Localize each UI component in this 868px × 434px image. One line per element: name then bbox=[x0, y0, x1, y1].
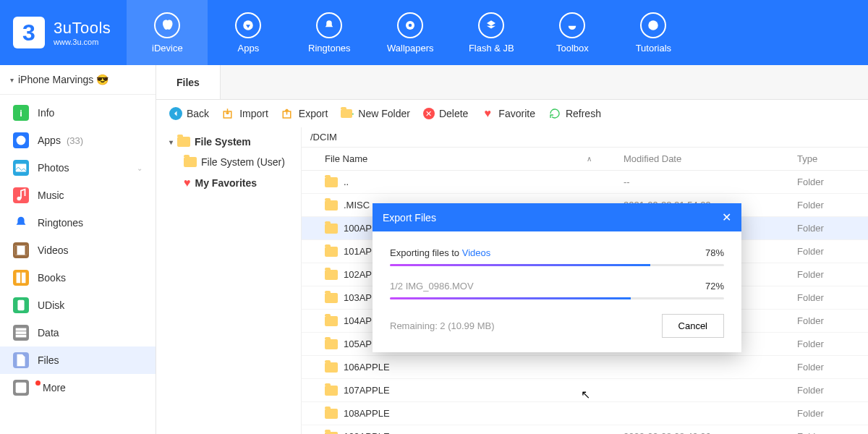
folder-icon bbox=[325, 293, 338, 303]
file-name: 109APPLE bbox=[344, 431, 390, 434]
import-button[interactable]: Import bbox=[222, 107, 268, 120]
sidebar-item-apps[interactable]: Apps(33) bbox=[0, 127, 156, 154]
table-row[interactable]: ..--Folder bbox=[302, 171, 868, 194]
current-file: 1/2 IMG_0986.MOV bbox=[390, 281, 474, 292]
nav-icon: i bbox=[640, 12, 666, 38]
dest-link[interactable]: Videos bbox=[462, 247, 491, 258]
file-tree: ▾ File System File System (User) ♥ My Fa… bbox=[156, 127, 301, 434]
sidebar-item-data[interactable]: Data bbox=[0, 319, 156, 346]
tree-user[interactable]: File System (User) bbox=[166, 152, 301, 172]
bell-icon bbox=[13, 215, 29, 231]
export-button[interactable]: Export bbox=[281, 107, 328, 120]
logo-area: 3 3uTools www.3u.com bbox=[0, 0, 127, 65]
modal-footer: Remaining: 2 (10.99 MB) Cancel bbox=[390, 314, 724, 338]
heart-icon: ♥ bbox=[184, 176, 191, 190]
nav-ringtones[interactable]: Ringtones bbox=[289, 0, 370, 65]
export-modal: Export Files ✕ Exporting files to Videos… bbox=[373, 203, 741, 352]
refresh-button[interactable]: Refresh bbox=[548, 107, 601, 120]
file-name: .. bbox=[344, 176, 349, 187]
sidebar-item-photos[interactable]: Photos⌄ bbox=[0, 154, 156, 182]
nav-idevice[interactable]: iDevice bbox=[127, 0, 208, 65]
folder-icon bbox=[325, 432, 338, 435]
folder-icon bbox=[325, 339, 338, 349]
chevron-down-icon: ⌄ bbox=[137, 164, 142, 172]
app-subtitle: www.3u.com bbox=[54, 38, 111, 46]
sidebar-item-music[interactable]: Music bbox=[0, 182, 156, 209]
toolbar: Back Import Export + New Folder bbox=[156, 100, 868, 127]
logo-icon: 3 bbox=[13, 17, 45, 48]
sidebar-label: Files bbox=[38, 354, 59, 366]
file-progress-row: 1/2 IMG_0986.MOV 72% bbox=[390, 281, 724, 292]
sort-asc-icon: ∧ bbox=[587, 155, 592, 163]
sidebar-item-videos[interactable]: Videos bbox=[0, 237, 156, 264]
nav-icon bbox=[559, 12, 585, 38]
body: ▾ iPhone Marvings 😎 iInfoApps(33)Photos⌄… bbox=[0, 65, 868, 434]
file-modified bbox=[615, 385, 788, 396]
photos-icon bbox=[13, 160, 29, 176]
new-folder-icon: + bbox=[341, 107, 354, 120]
tree-favorites[interactable]: ♥ My Favorites bbox=[166, 172, 301, 194]
file-type: Folder bbox=[788, 263, 868, 286]
sidebar-label: Books bbox=[38, 272, 66, 284]
delete-button[interactable]: ✕ Delete bbox=[423, 108, 468, 119]
nav-wallpapers[interactable]: Wallpapers bbox=[370, 0, 451, 65]
device-name: iPhone Marvings bbox=[18, 74, 93, 85]
content-split: ▾ File System File System (User) ♥ My Fa… bbox=[156, 127, 868, 434]
close-icon[interactable]: ✕ bbox=[722, 210, 731, 224]
col-name[interactable]: File Name ∧ bbox=[302, 148, 615, 170]
favorite-button[interactable]: ♥ Favorite bbox=[481, 107, 535, 120]
file-type: Folder bbox=[788, 356, 868, 378]
cancel-button[interactable]: Cancel bbox=[662, 314, 724, 338]
sidebar: ▾ iPhone Marvings 😎 iInfoApps(33)Photos⌄… bbox=[0, 65, 156, 434]
col-type[interactable]: Type bbox=[788, 148, 868, 170]
modal-title: Export Files bbox=[383, 212, 436, 224]
overall-percent: 78% bbox=[705, 247, 724, 258]
table-row[interactable]: 108APPLEFolder bbox=[302, 402, 868, 425]
folder-icon bbox=[325, 177, 338, 187]
svg-point-6 bbox=[17, 136, 26, 145]
data-icon bbox=[13, 325, 29, 341]
file-name: 107APPLE bbox=[344, 385, 390, 396]
tree-root[interactable]: ▾ File System bbox=[166, 132, 301, 152]
tabs-rest bbox=[221, 65, 868, 99]
videos-icon bbox=[13, 242, 29, 258]
file-type: Folder bbox=[788, 217, 868, 239]
heart-icon: ♥ bbox=[481, 107, 494, 120]
table-row[interactable]: 109APPLE2022-02-28 08:42:26Folder bbox=[302, 425, 868, 434]
nav-apps[interactable]: Apps bbox=[208, 0, 289, 65]
file-type: Folder bbox=[788, 379, 868, 401]
sidebar-label: Info bbox=[38, 107, 54, 119]
col-modified[interactable]: Modified Date bbox=[615, 148, 788, 170]
path-breadcrumb[interactable]: /DCIM bbox=[302, 127, 868, 147]
refresh-icon bbox=[548, 107, 561, 120]
sidebar-item-more[interactable]: More bbox=[0, 374, 156, 401]
folder-icon bbox=[184, 157, 197, 167]
sidebar-label: More bbox=[43, 382, 66, 393]
back-icon bbox=[169, 107, 182, 120]
import-icon bbox=[222, 107, 235, 120]
tab-files[interactable]: Files bbox=[156, 65, 221, 99]
file-modified bbox=[615, 408, 788, 420]
svg-rect-11 bbox=[25, 246, 27, 255]
nav-flash-jb[interactable]: Flash & JB bbox=[451, 0, 532, 65]
files-icon bbox=[13, 352, 29, 368]
device-selector[interactable]: ▾ iPhone Marvings 😎 bbox=[0, 65, 156, 95]
sidebar-item-info[interactable]: iInfo bbox=[0, 99, 156, 127]
nav-tutorials[interactable]: iTutorials bbox=[613, 0, 694, 65]
table-row[interactable]: 106APPLEFolder bbox=[302, 356, 868, 379]
sidebar-item-books[interactable]: Books bbox=[0, 264, 156, 292]
file-percent: 72% bbox=[705, 281, 724, 292]
modal-body: Exporting files to Videos 78% 1/2 IMG_09… bbox=[373, 231, 741, 352]
sidebar-item-files[interactable]: Files bbox=[0, 346, 156, 374]
info-icon: i bbox=[13, 105, 29, 121]
nav-toolbox[interactable]: Toolbox bbox=[532, 0, 613, 65]
remaining-text: Remaining: 2 (10.99 MB) bbox=[390, 320, 495, 331]
sidebar-item-udisk[interactable]: UDisk bbox=[0, 292, 156, 319]
modal-header: Export Files ✕ bbox=[373, 203, 741, 231]
sidebar-item-ringtones[interactable]: Ringtones bbox=[0, 209, 156, 237]
back-button[interactable]: Back bbox=[169, 107, 209, 120]
folder-icon bbox=[177, 137, 190, 147]
new-folder-button[interactable]: + New Folder bbox=[341, 107, 410, 120]
sidebar-label: UDisk bbox=[38, 299, 64, 311]
overall-progress-bar bbox=[390, 264, 724, 266]
